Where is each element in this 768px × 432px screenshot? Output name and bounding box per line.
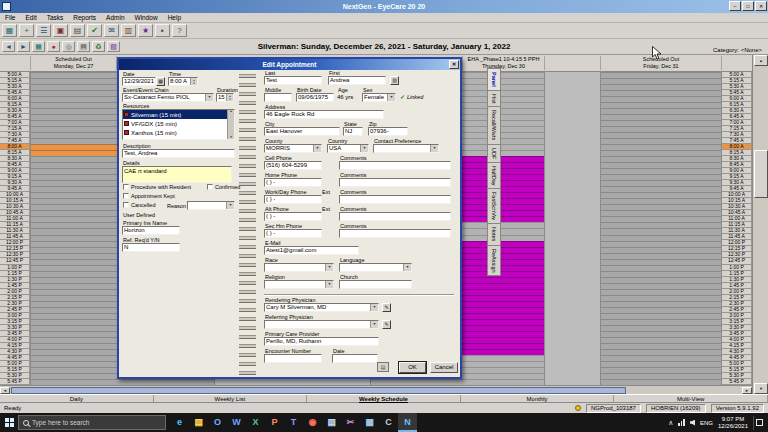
vertical-scrollbar[interactable] — [752, 55, 768, 394]
work-day-phone-input[interactable]: ( ) - — [264, 195, 322, 204]
details-input[interactable]: CAE rt standard — [122, 166, 232, 183]
zip-input[interactable]: 07936- — [368, 127, 408, 136]
action-center-icon[interactable] — [753, 416, 765, 430]
religion-select[interactable] — [264, 280, 334, 289]
county-select[interactable]: MORRIS — [264, 144, 322, 153]
country-select[interactable]: USA — [327, 144, 369, 153]
calendar-icon[interactable]: ▦ — [32, 41, 45, 52]
edit-rendering-button[interactable] — [382, 303, 391, 312]
middle-name-input[interactable] — [264, 93, 292, 102]
view-tab-weekly-schedule[interactable]: Weekly Schedule — [307, 395, 461, 402]
time-slot-5-45-p[interactable]: 5:45 P — [722, 379, 752, 385]
home-phone-comments-input[interactable] — [339, 178, 451, 187]
cancelled-checkbox[interactable]: Cancelled — [123, 202, 155, 208]
chrome-icon[interactable]: ◉ — [303, 413, 322, 432]
language-select[interactable] — [339, 263, 412, 272]
next-week-icon[interactable]: ► — [17, 41, 30, 52]
reports-icon[interactable]: ▥ — [121, 24, 136, 37]
side-tab-fastschvw[interactable]: FastSchVw — [487, 189, 501, 224]
side-tab-halfday[interactable]: HalfDay — [487, 163, 501, 190]
hidden-icons-caret-icon[interactable]: ∧ — [668, 419, 673, 427]
admin-icon[interactable]: ★ — [138, 24, 153, 37]
city-input[interactable]: East Hanover — [264, 127, 340, 136]
print-schedule-icon[interactable]: ▤ — [77, 41, 90, 52]
outlook-icon[interactable]: O — [208, 413, 227, 432]
side-tab-udf[interactable]: UDF — [487, 145, 501, 163]
file-explorer-icon[interactable]: ▤ — [189, 413, 208, 432]
time-input[interactable]: 8:00 A — [168, 77, 198, 86]
snipping-tool-icon[interactable]: ✂ — [341, 413, 360, 432]
address-input[interactable]: 46 Eagle Rock Rd — [264, 110, 384, 119]
calendar-picker-button[interactable] — [156, 77, 165, 86]
encounter-date-input[interactable] — [332, 354, 378, 363]
vertical-scroll-thumb[interactable] — [754, 150, 768, 198]
alt-phone-comments-input[interactable] — [339, 212, 451, 221]
legend-icon[interactable]: ▧ — [107, 41, 120, 52]
menu-file[interactable]: File — [0, 13, 20, 23]
tasks-icon[interactable]: ✔ — [87, 24, 102, 37]
church-input[interactable] — [339, 280, 412, 289]
duration-input[interactable]: 15 — [216, 93, 234, 102]
start-button[interactable] — [0, 413, 18, 432]
ref-req-input[interactable]: N — [122, 243, 180, 252]
minimize-button[interactable] — [729, 1, 741, 11]
language-indicator[interactable]: ENG — [700, 420, 713, 426]
powerpoint-icon[interactable]: P — [265, 413, 284, 432]
excel-icon[interactable]: X — [246, 413, 265, 432]
notepad-icon[interactable]: ▤ — [322, 413, 341, 432]
menu-admin[interactable]: Admin — [101, 13, 129, 23]
event-select[interactable]: Sx-Cataract Femto PIOL — [122, 93, 214, 102]
home-phone-input[interactable]: ( ) - — [264, 178, 322, 187]
lock-icon[interactable]: ▪ — [155, 24, 170, 37]
patient-lookup-button[interactable] — [390, 76, 399, 85]
close-button[interactable] — [755, 1, 767, 11]
side-tab-hist[interactable]: Hist — [487, 91, 501, 107]
nextgen-icon[interactable]: N — [398, 413, 417, 432]
column-friday[interactable] — [600, 72, 722, 385]
horizontal-scroll-thumb[interactable] — [11, 387, 626, 394]
network-icon[interactable] — [678, 419, 685, 426]
appointment-book-icon[interactable]: ▦ — [2, 24, 17, 37]
side-tab-reassign[interactable]: ReAssign — [487, 246, 501, 277]
view-tab-weekly-list[interactable]: Weekly List — [154, 395, 308, 402]
menu-reports[interactable]: Reports — [68, 13, 101, 23]
patient-info-icon[interactable]: ▣ — [53, 24, 68, 37]
menu-tasks[interactable]: Tasks — [42, 13, 69, 23]
calculator-icon[interactable]: ▦ — [360, 413, 379, 432]
previous-week-icon[interactable]: ◄ — [2, 41, 15, 52]
print-icon[interactable]: ▤ — [70, 24, 85, 37]
primary-ins-input[interactable]: Horizon — [122, 226, 180, 235]
mail-icon[interactable]: ✉ — [104, 24, 119, 37]
race-select[interactable] — [264, 263, 334, 272]
print-icon[interactable] — [377, 362, 389, 372]
cell-phone-comments-input[interactable] — [339, 161, 451, 170]
confirmed-checkbox[interactable]: Confirmed — [207, 184, 240, 190]
teams-icon[interactable]: T — [284, 413, 303, 432]
find-patient-icon[interactable]: ☰ — [36, 24, 51, 37]
side-tab-recall-waits[interactable]: Recall/Waits — [487, 107, 501, 144]
cancel-button[interactable]: Cancel — [430, 362, 458, 373]
encounter-number-input[interactable] — [264, 354, 322, 363]
dialog-titlebar[interactable]: Edit Appointment — [119, 59, 460, 70]
state-input[interactable]: NJ — [343, 127, 363, 136]
edge-icon[interactable]: e — [170, 413, 189, 432]
work-day-phone-comments-input[interactable] — [339, 195, 451, 204]
birth-date-input[interactable]: 09/06/1975 — [296, 93, 334, 102]
procedure-with-resident-checkbox[interactable]: Procedure with Resident — [123, 184, 191, 190]
menu-edit[interactable]: Edit — [20, 13, 41, 23]
scroll-up-icon[interactable] — [754, 55, 768, 66]
word-icon[interactable]: W — [227, 413, 246, 432]
resources-list[interactable]: Silverman (15 min)VF/GDX (15 min)Xanthos… — [122, 109, 235, 140]
sec-hm-phone-comments-input[interactable] — [339, 229, 451, 238]
reason-select[interactable] — [187, 201, 235, 210]
rendering-physician-select[interactable]: Cary M Silverman, MD — [264, 303, 379, 312]
sec-hm-phone-input[interactable]: ( ) - — [264, 229, 322, 238]
scroll-down-icon[interactable] — [754, 383, 768, 394]
last-name-input[interactable]: Test — [264, 76, 322, 85]
email-input[interactable]: Atest1@gmail.com — [264, 246, 359, 255]
find-slot-icon[interactable]: ◎ — [62, 41, 75, 52]
listbox-scrollbar[interactable] — [227, 110, 234, 139]
edit-referring-button[interactable] — [382, 320, 391, 329]
resource-item-vf-gdx-15-min[interactable]: VF/GDX (15 min) — [123, 119, 227, 128]
resource-item-xanthos-15-min[interactable]: Xanthos (15 min) — [123, 128, 227, 137]
